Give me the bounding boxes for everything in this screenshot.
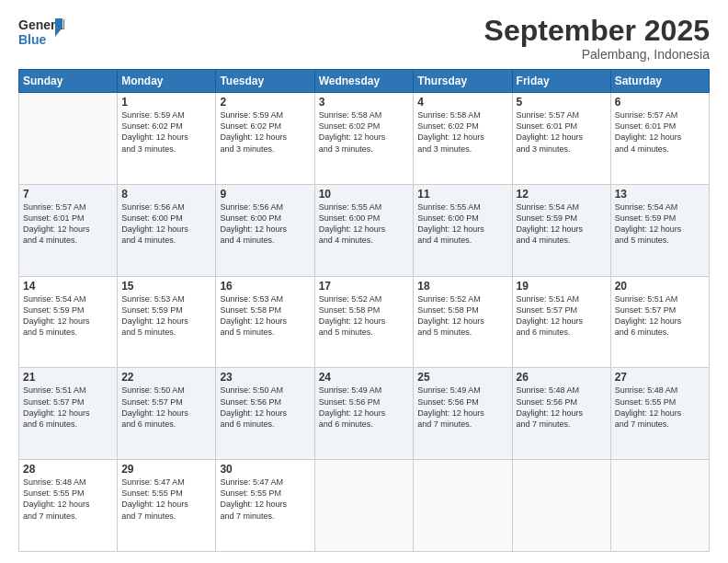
calendar-cell: 14Sunrise: 5:54 AM Sunset: 5:59 PM Dayli… [19,276,118,368]
calendar-cell: 1Sunrise: 5:59 AM Sunset: 6:02 PM Daylig… [118,93,216,185]
cell-info: Sunrise: 5:48 AM Sunset: 5:56 PM Dayligh… [517,385,607,430]
calendar-cell: 10Sunrise: 5:55 AM Sunset: 6:00 PM Dayli… [314,184,414,276]
day-number: 19 [517,280,607,293]
cell-info: Sunrise: 5:55 AM Sunset: 6:00 PM Dayligh… [319,201,410,247]
cell-info: Sunrise: 5:47 AM Sunset: 5:55 PM Dayligh… [220,477,310,522]
calendar-cell [414,460,512,552]
calendar-cell: 28Sunrise: 5:48 AM Sunset: 5:55 PM Dayli… [19,460,118,552]
calendar-cell [314,460,414,552]
subtitle: Palembang, Indonesia [484,47,710,62]
cell-info: Sunrise: 5:51 AM Sunset: 5:57 PM Dayligh… [615,293,705,339]
calendar-cell: 25Sunrise: 5:49 AM Sunset: 5:56 PM Dayli… [414,368,512,460]
col-header-friday: Friday [512,70,610,93]
cell-info: Sunrise: 5:54 AM Sunset: 5:59 PM Dayligh… [615,201,705,247]
header-row: SundayMondayTuesdayWednesdayThursdayFrid… [19,70,710,93]
cell-info: Sunrise: 5:48 AM Sunset: 5:55 PM Dayligh… [23,477,113,522]
calendar-cell [512,460,610,552]
day-number: 29 [121,463,211,476]
cell-info: Sunrise: 5:57 AM Sunset: 6:01 PM Dayligh… [23,201,113,247]
day-number: 22 [121,371,211,384]
calendar-cell: 6Sunrise: 5:57 AM Sunset: 6:01 PM Daylig… [610,93,709,185]
calendar-cell: 27Sunrise: 5:48 AM Sunset: 5:55 PM Dayli… [610,368,709,460]
day-number: 2 [220,96,310,109]
calendar-cell: 24Sunrise: 5:49 AM Sunset: 5:56 PM Dayli… [314,368,414,460]
page: General Blue September 2025 Palembang, I… [0,0,728,563]
calendar-cell: 18Sunrise: 5:52 AM Sunset: 5:58 PM Dayli… [414,276,512,368]
day-number: 30 [220,463,310,476]
day-number: 24 [319,371,410,384]
calendar-cell: 19Sunrise: 5:51 AM Sunset: 5:57 PM Dayli… [512,276,610,368]
calendar-table: SundayMondayTuesdayWednesdayThursdayFrid… [18,69,710,552]
cell-info: Sunrise: 5:59 AM Sunset: 6:02 PM Dayligh… [121,109,211,155]
title-section: September 2025 Palembang, Indonesia [484,15,710,62]
calendar-cell: 30Sunrise: 5:47 AM Sunset: 5:55 PM Dayli… [216,460,314,552]
day-number: 5 [517,96,607,109]
day-number: 18 [417,280,507,293]
cell-info: Sunrise: 5:58 AM Sunset: 6:02 PM Dayligh… [417,109,507,155]
week-row-4: 21Sunrise: 5:51 AM Sunset: 5:57 PM Dayli… [19,368,710,460]
col-header-thursday: Thursday [414,70,512,93]
cell-info: Sunrise: 5:50 AM Sunset: 5:57 PM Dayligh… [121,385,211,430]
day-number: 16 [220,280,310,293]
cell-info: Sunrise: 5:53 AM Sunset: 5:59 PM Dayligh… [121,293,211,339]
cell-info: Sunrise: 5:55 AM Sunset: 6:00 PM Dayligh… [417,201,507,247]
cell-info: Sunrise: 5:58 AM Sunset: 6:02 PM Dayligh… [319,109,410,155]
day-number: 6 [615,96,705,109]
day-number: 28 [23,463,113,476]
calendar-cell [19,93,118,185]
svg-text:Blue: Blue [18,32,47,47]
day-number: 21 [23,371,113,384]
day-number: 1 [121,96,211,109]
logo: General Blue [18,15,64,48]
week-row-2: 7Sunrise: 5:57 AM Sunset: 6:01 PM Daylig… [19,184,710,276]
day-number: 17 [319,280,410,293]
day-number: 8 [121,188,211,201]
day-number: 3 [319,96,410,109]
day-number: 26 [517,371,607,384]
day-number: 10 [319,188,410,201]
calendar-cell: 8Sunrise: 5:56 AM Sunset: 6:00 PM Daylig… [118,184,216,276]
col-header-wednesday: Wednesday [314,70,414,93]
day-number: 13 [615,188,705,201]
cell-info: Sunrise: 5:54 AM Sunset: 5:59 PM Dayligh… [517,201,607,247]
week-row-1: 1Sunrise: 5:59 AM Sunset: 6:02 PM Daylig… [19,93,710,185]
calendar-cell: 5Sunrise: 5:57 AM Sunset: 6:01 PM Daylig… [512,93,610,185]
cell-info: Sunrise: 5:52 AM Sunset: 5:58 PM Dayligh… [417,293,507,339]
day-number: 25 [417,371,507,384]
day-number: 14 [23,280,113,293]
header: General Blue September 2025 Palembang, I… [18,15,710,62]
day-number: 20 [615,280,705,293]
cell-info: Sunrise: 5:49 AM Sunset: 5:56 PM Dayligh… [417,385,507,430]
cell-info: Sunrise: 5:52 AM Sunset: 5:58 PM Dayligh… [319,293,410,339]
calendar-cell: 29Sunrise: 5:47 AM Sunset: 5:55 PM Dayli… [118,460,216,552]
calendar-cell: 21Sunrise: 5:51 AM Sunset: 5:57 PM Dayli… [19,368,118,460]
week-row-3: 14Sunrise: 5:54 AM Sunset: 5:59 PM Dayli… [19,276,710,368]
cell-info: Sunrise: 5:50 AM Sunset: 5:56 PM Dayligh… [220,385,310,430]
day-number: 23 [220,371,310,384]
cell-info: Sunrise: 5:59 AM Sunset: 6:02 PM Dayligh… [220,109,310,155]
calendar-cell: 11Sunrise: 5:55 AM Sunset: 6:00 PM Dayli… [414,184,512,276]
cell-info: Sunrise: 5:57 AM Sunset: 6:01 PM Dayligh… [615,109,705,155]
calendar-cell: 17Sunrise: 5:52 AM Sunset: 5:58 PM Dayli… [314,276,414,368]
calendar-cell: 15Sunrise: 5:53 AM Sunset: 5:59 PM Dayli… [118,276,216,368]
col-header-tuesday: Tuesday [216,70,314,93]
cell-info: Sunrise: 5:51 AM Sunset: 5:57 PM Dayligh… [517,293,607,339]
calendar-cell: 16Sunrise: 5:53 AM Sunset: 5:58 PM Dayli… [216,276,314,368]
month-title: September 2025 [484,15,710,47]
day-number: 7 [23,188,113,201]
calendar-cell [610,460,709,552]
day-number: 27 [615,371,705,384]
calendar-cell: 22Sunrise: 5:50 AM Sunset: 5:57 PM Dayli… [118,368,216,460]
day-number: 12 [517,188,607,201]
logo-svg: General Blue [18,15,64,48]
calendar-cell: 26Sunrise: 5:48 AM Sunset: 5:56 PM Dayli… [512,368,610,460]
cell-info: Sunrise: 5:51 AM Sunset: 5:57 PM Dayligh… [23,385,113,430]
calendar-cell: 20Sunrise: 5:51 AM Sunset: 5:57 PM Dayli… [610,276,709,368]
cell-info: Sunrise: 5:54 AM Sunset: 5:59 PM Dayligh… [23,293,113,339]
week-row-5: 28Sunrise: 5:48 AM Sunset: 5:55 PM Dayli… [19,460,710,552]
calendar-cell: 4Sunrise: 5:58 AM Sunset: 6:02 PM Daylig… [414,93,512,185]
calendar-cell: 9Sunrise: 5:56 AM Sunset: 6:00 PM Daylig… [216,184,314,276]
calendar-cell: 13Sunrise: 5:54 AM Sunset: 5:59 PM Dayli… [610,184,709,276]
day-number: 9 [220,188,310,201]
cell-info: Sunrise: 5:57 AM Sunset: 6:01 PM Dayligh… [517,109,607,155]
